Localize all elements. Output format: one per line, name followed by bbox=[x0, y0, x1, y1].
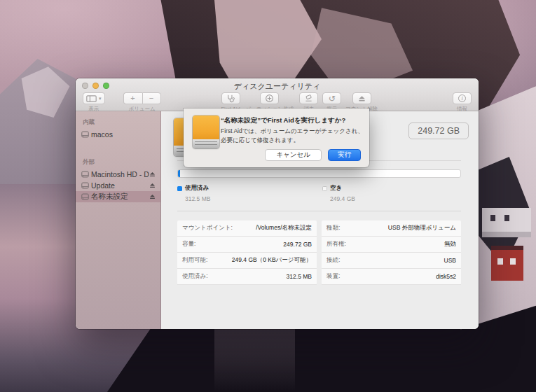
toolbar-view: ▾ 表示 bbox=[83, 92, 105, 113]
window-title: ディスクユーティリティ bbox=[76, 81, 479, 92]
row-value: /Volumes/名称未設定 bbox=[256, 224, 312, 232]
table-row: 装置: disk5s2 bbox=[322, 269, 461, 285]
remove-volume-button[interactable]: − bbox=[142, 92, 161, 104]
sidebar-item-label: 名称未設定 bbox=[91, 192, 149, 202]
dialog-title: “名称未設定”でFirst Aidを実行しますか? bbox=[221, 116, 362, 125]
info-circle-icon: i bbox=[458, 94, 466, 102]
sidebar-item-macintosh-hd-data[interactable]: Macintosh HD - Data bbox=[76, 169, 160, 180]
eject-button[interactable] bbox=[149, 183, 156, 188]
run-button[interactable]: 実行 bbox=[328, 149, 361, 161]
free-value: 249.4 GB bbox=[330, 195, 467, 202]
partition-pie-icon bbox=[265, 94, 274, 103]
drive-icon bbox=[81, 171, 89, 179]
table-row: 利用可能: 249.4 GB（0 KBパージ可能） bbox=[177, 253, 317, 269]
row-value: 249.4 GB（0 KBパージ可能） bbox=[232, 256, 312, 265]
drive-slot bbox=[195, 144, 217, 145]
legend-free: 空き 249.4 GB bbox=[322, 184, 467, 202]
legend-used: 使用済み 312.5 MB bbox=[177, 184, 322, 202]
wallpaper-reflection bbox=[214, 321, 295, 392]
capacity-badge: 249.72 GB bbox=[408, 122, 469, 139]
table-row: 接続: USB bbox=[322, 253, 461, 269]
row-label: 容量: bbox=[182, 240, 195, 248]
toolbar-info: i 情報 bbox=[453, 92, 472, 113]
drive-slot bbox=[195, 141, 217, 142]
eject-button[interactable] bbox=[149, 194, 156, 200]
eject-button[interactable] bbox=[149, 172, 156, 177]
sidebar-gap bbox=[76, 140, 160, 158]
row-value: 312.5 MB bbox=[287, 273, 312, 280]
row-value: 249.72 GB bbox=[283, 241, 312, 248]
disk-utility-window: ディスクユーティリティ ▾ 表示 + − bbox=[76, 78, 479, 329]
volume-info-table: マウントポイント: /Volumes/名称未設定 容量: 249.72 GB 利… bbox=[177, 220, 461, 285]
row-value: USB 外部物理ボリューム bbox=[388, 224, 456, 232]
table-row: マウントポイント: /Volumes/名称未設定 bbox=[177, 220, 317, 237]
table-row: 使用済み: 312.5 MB bbox=[177, 269, 317, 285]
row-value: disk5s2 bbox=[436, 273, 456, 280]
dialog-message: First Aidでは、ボリュームのエラーがチェックされ、必要に応じて修復されま… bbox=[221, 127, 364, 145]
cancel-button[interactable]: キャンセル bbox=[265, 149, 322, 161]
info-button[interactable]: i bbox=[453, 92, 472, 104]
desktop: ディスクユーティリティ ▾ 表示 + − bbox=[0, 0, 536, 392]
table-row: 容量: 249.72 GB bbox=[177, 237, 317, 253]
eraser-icon-button[interactable] bbox=[299, 92, 318, 104]
row-label: 種類: bbox=[327, 224, 340, 232]
row-label: 接続: bbox=[327, 256, 340, 265]
first-aid-dialog: “名称未設定”でFirst Aidを実行しますか? First Aidでは、ボリ… bbox=[184, 108, 369, 167]
eraser-icon bbox=[304, 94, 313, 103]
info-table-right: 種類: USB 外部物理ボリューム 所有権: 無効 接続: USB 装置: bbox=[322, 220, 461, 285]
sidebar-item-untitled[interactable]: 名称未設定 bbox=[76, 191, 160, 202]
stethoscope-icon bbox=[226, 94, 235, 103]
divider bbox=[177, 211, 461, 211]
dialog-buttons: キャンセル 実行 bbox=[265, 149, 361, 161]
wallpaper-red-house bbox=[491, 246, 523, 281]
restore-arrow-icon: ↺ bbox=[329, 94, 336, 103]
row-value: 無効 bbox=[444, 240, 456, 248]
partition-button[interactable] bbox=[260, 92, 279, 104]
house-window bbox=[490, 215, 495, 221]
row-label: 装置: bbox=[327, 272, 340, 281]
row-value: USB bbox=[444, 257, 456, 264]
drive-icon bbox=[81, 193, 89, 202]
sidebar-section-internal: 内蔵 bbox=[76, 118, 160, 129]
free-swatch-icon bbox=[322, 186, 327, 191]
used-swatch-icon bbox=[177, 186, 182, 191]
view-button[interactable]: ▾ bbox=[83, 92, 105, 104]
first-aid-button[interactable] bbox=[221, 92, 240, 104]
sidebar-item-macos[interactable]: macos bbox=[76, 129, 160, 140]
drive-icon-base bbox=[193, 139, 219, 148]
usage-legend: 使用済み 312.5 MB 空き 249.4 GB bbox=[177, 184, 467, 202]
sidebar-item-update[interactable]: Update bbox=[76, 180, 160, 191]
sidebar: 内蔵 macos 外部 Macintosh HD - Data bbox=[76, 111, 161, 329]
row-label: 所有権: bbox=[327, 240, 346, 248]
house-window bbox=[497, 258, 503, 265]
usage-bar bbox=[177, 169, 461, 178]
toolbar-volume: + − ボリューム bbox=[123, 92, 161, 113]
row-label: マウントポイント: bbox=[182, 224, 233, 232]
unmount-button[interactable] bbox=[352, 92, 371, 104]
table-row: 種類: USB 外部物理ボリューム bbox=[322, 220, 461, 237]
drive-icon bbox=[81, 131, 89, 139]
wallpaper-white-house bbox=[482, 208, 531, 237]
row-label: 利用可能: bbox=[182, 256, 207, 265]
window-titlebar[interactable]: ディスクユーティリティ bbox=[76, 78, 479, 92]
external-drive-icon bbox=[193, 115, 219, 148]
row-label: 使用済み: bbox=[182, 272, 208, 281]
drive-icon bbox=[81, 182, 89, 190]
chevron-down-icon: ▾ bbox=[99, 96, 102, 101]
sidebar-section-external: 外部 bbox=[76, 158, 160, 169]
sidebar-item-label: macos bbox=[91, 130, 156, 139]
free-label: 空き bbox=[330, 184, 342, 192]
house-window bbox=[504, 215, 509, 221]
used-label: 使用済み bbox=[185, 184, 209, 192]
house-window bbox=[510, 258, 516, 265]
eject-icon bbox=[358, 95, 366, 102]
sidebar-panel-icon bbox=[86, 95, 97, 102]
used-value: 312.5 MB bbox=[185, 195, 322, 202]
restore-button[interactable]: ↺ bbox=[322, 92, 341, 104]
sidebar-item-label: Update bbox=[91, 181, 149, 190]
sidebar-item-label: Macintosh HD - Data bbox=[91, 170, 149, 178]
info-table-left: マウントポイント: /Volumes/名称未設定 容量: 249.72 GB 利… bbox=[177, 220, 317, 285]
window-header: ディスクユーティリティ ▾ 表示 + − bbox=[76, 78, 479, 111]
table-row: 所有権: 無効 bbox=[322, 237, 461, 253]
add-volume-button[interactable]: + bbox=[123, 92, 142, 104]
